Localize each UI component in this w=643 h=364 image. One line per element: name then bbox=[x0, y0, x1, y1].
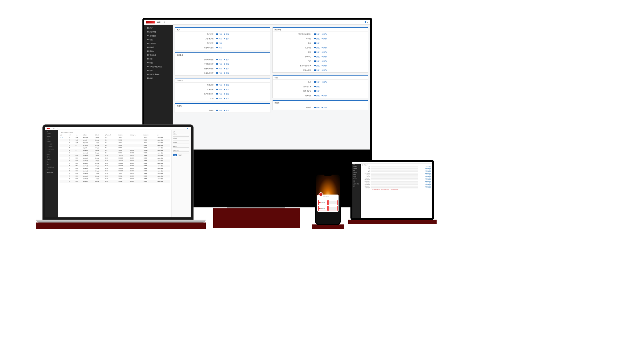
list-link[interactable]: 列表 bbox=[215, 93, 223, 95]
sidebar-item[interactable]: · 产品 bbox=[45, 150, 58, 153]
sidebar-item[interactable]: 内容管理 bbox=[45, 132, 58, 135]
filter-input[interactable] bbox=[173, 135, 189, 137]
edit-action[interactable]: ● 编辑 ✖ 删除 bbox=[157, 173, 163, 174]
sidebar-item[interactable]: 子站活动获奖信息 bbox=[144, 65, 173, 68]
list-link[interactable]: 列表 bbox=[215, 109, 223, 111]
edit-action[interactable]: ● 编辑 ✖ 删除 bbox=[157, 147, 163, 149]
form-input[interactable] bbox=[371, 168, 418, 169]
list-link[interactable]: 列表 bbox=[313, 42, 321, 44]
row-actions[interactable]: ● 编辑 ✖ 删除 bbox=[418, 186, 431, 187]
edit-action[interactable]: ● 编辑 ✖ 删除 bbox=[157, 137, 163, 138]
form-input[interactable] bbox=[371, 169, 418, 171]
edit-action[interactable]: ● 编辑 ✖ 删除 bbox=[157, 142, 163, 143]
add-link[interactable]: ✚ 添加 bbox=[223, 93, 230, 95]
filter-button[interactable]: 过滤 bbox=[173, 154, 177, 156]
sidebar-item[interactable]: 内容管理 bbox=[144, 30, 173, 34]
add-link[interactable]: ✚ 添加 bbox=[223, 88, 230, 90]
sidebar-item[interactable]: 经销商 bbox=[144, 45, 173, 49]
sidebar-item[interactable]: 基础数据 bbox=[144, 34, 173, 38]
add-link[interactable]: ✚ 添加 bbox=[223, 72, 230, 74]
edit-action[interactable]: ● 编辑 ✖ 删除 bbox=[157, 170, 163, 172]
edit-action[interactable]: ● 编辑 ✖ 删除 bbox=[157, 176, 163, 177]
reset-button[interactable]: 重置 bbox=[178, 154, 182, 156]
add-link[interactable]: ✚ 添加 bbox=[321, 47, 328, 49]
filter-input[interactable] bbox=[173, 151, 189, 153]
sidebar-item[interactable]: 积分 bbox=[144, 57, 173, 61]
sidebar-item[interactable]: 礼品 bbox=[144, 38, 173, 41]
add-link[interactable]: ✚ 添加 bbox=[321, 106, 328, 108]
sidebar-item[interactable]: 用户 bbox=[45, 130, 58, 132]
row-actions[interactable]: ● 编辑 ✖ 删除 bbox=[418, 179, 431, 180]
form-input[interactable] bbox=[371, 177, 418, 179]
filter-input[interactable] bbox=[173, 143, 189, 145]
list-link[interactable]: 列表 bbox=[215, 68, 223, 69]
list-link[interactable]: 列表 bbox=[313, 51, 321, 53]
sidebar-item[interactable]: 经销商 bbox=[45, 153, 58, 156]
list-link[interactable]: 列表 bbox=[313, 56, 321, 58]
sidebar-item[interactable]: 配表 bbox=[144, 76, 173, 80]
form-input[interactable] bbox=[371, 171, 418, 172]
sidebar-item[interactable]: 订单 bbox=[144, 68, 173, 72]
list-link[interactable]: 列表 bbox=[313, 38, 321, 40]
sidebar-item[interactable]: 查询记录 bbox=[144, 53, 173, 57]
edit-action[interactable]: ● 编辑 ✖ 删除 bbox=[157, 158, 163, 159]
row-actions[interactable]: ● 编辑 ✖ 删除 bbox=[418, 168, 431, 169]
add-link[interactable]: ✚ 添加 bbox=[321, 81, 328, 83]
row-actions[interactable]: ● 编辑 ✖ 删除 bbox=[418, 183, 431, 184]
list-link[interactable]: 列表 bbox=[215, 33, 223, 35]
user-menu-icon[interactable]: 👤 ▾ bbox=[187, 128, 189, 129]
row-actions[interactable]: ● 编辑 ✖ 删除 bbox=[418, 178, 431, 179]
profile-action-button[interactable] bbox=[328, 200, 338, 205]
row-link[interactable]: >T35E bbox=[60, 137, 63, 138]
edit-action[interactable]: ● 编辑 ✖ 删除 bbox=[157, 160, 163, 161]
sidebar-item[interactable]: · 生产使用年月 bbox=[45, 148, 58, 150]
row-actions[interactable]: ● 编辑 ✖ 删除 bbox=[418, 173, 431, 174]
sidebar-item[interactable]: 设置 bbox=[45, 163, 58, 166]
edit-action[interactable]: ● 编辑 ✖ 删除 bbox=[157, 178, 163, 179]
add-link[interactable]: ✚ 添加 bbox=[321, 38, 328, 40]
list-link[interactable]: 列表 bbox=[215, 47, 223, 49]
add-link[interactable]: ✚ 添加 bbox=[321, 95, 328, 96]
edit-action[interactable]: ● 编辑 ✖ 删除 bbox=[157, 181, 163, 182]
list-link[interactable]: 列表 bbox=[313, 47, 321, 49]
add-link[interactable]: ✚ 添加 bbox=[321, 56, 328, 58]
sidebar-item[interactable]: 维修站 bbox=[144, 49, 173, 53]
form-input[interactable] bbox=[371, 186, 418, 187]
form-input[interactable] bbox=[371, 182, 418, 184]
edit-action[interactable]: ● 编辑 ✖ 删除 bbox=[157, 165, 163, 167]
add-link[interactable]: ✚ 添加 bbox=[223, 84, 230, 86]
sidebar-item[interactable]: 用户 bbox=[144, 26, 173, 30]
form-input[interactable] bbox=[371, 173, 418, 174]
add-link[interactable]: ✚ 添加 bbox=[223, 68, 230, 69]
edit-action[interactable]: ● 编辑 ✖ 删除 bbox=[157, 152, 163, 154]
sidebar-item[interactable]: 礼品 bbox=[45, 138, 58, 140]
sidebar-item[interactable]: 产品选型 bbox=[45, 140, 58, 143]
add-link[interactable]: ✚ 添加 bbox=[223, 38, 230, 40]
row-actions[interactable]: ● 编辑 ✖ 删除 bbox=[418, 176, 431, 177]
add-link[interactable]: ✚ 添加 bbox=[223, 97, 230, 99]
add-link[interactable]: ✚ 添加 bbox=[321, 51, 328, 53]
list-link[interactable]: 列表 bbox=[313, 81, 321, 83]
hamburger-icon[interactable]: ≡ bbox=[164, 21, 165, 23]
profile-action-button[interactable]: 我的车辆 bbox=[318, 200, 328, 205]
avatar[interactable] bbox=[319, 192, 323, 196]
edit-action[interactable]: ● 编辑 ✖ 删除 bbox=[157, 140, 163, 141]
row-actions[interactable]: ● 编辑 ✖ 删除 bbox=[418, 187, 431, 188]
list-link[interactable]: 列表 bbox=[215, 88, 223, 90]
row-actions[interactable]: ● 编辑 ✖ 删除 bbox=[418, 175, 431, 176]
add-link[interactable]: ✚ 添加 bbox=[321, 60, 328, 62]
edit-action[interactable]: ● 编辑 ✖ 删除 bbox=[157, 150, 163, 151]
sidebar-item[interactable]: 维修站 bbox=[45, 156, 58, 158]
filter-input[interactable] bbox=[173, 147, 189, 149]
form-input[interactable] bbox=[371, 184, 418, 185]
add-link[interactable]: ✚ 添加 bbox=[223, 109, 230, 111]
form-input[interactable] bbox=[371, 179, 418, 180]
row-actions[interactable]: ● 编辑 ✖ 删除 bbox=[418, 184, 431, 185]
edit-action[interactable]: ● 编辑 ✖ 删除 bbox=[157, 145, 163, 146]
list-link[interactable]: 列表 bbox=[313, 33, 321, 35]
form-input[interactable] bbox=[371, 181, 418, 182]
list-link[interactable]: 列表 bbox=[215, 42, 223, 44]
list-link[interactable]: 列表 bbox=[215, 59, 223, 60]
filter-input[interactable] bbox=[173, 139, 189, 141]
sidebar-item[interactable]: 基础数据 bbox=[45, 135, 58, 138]
